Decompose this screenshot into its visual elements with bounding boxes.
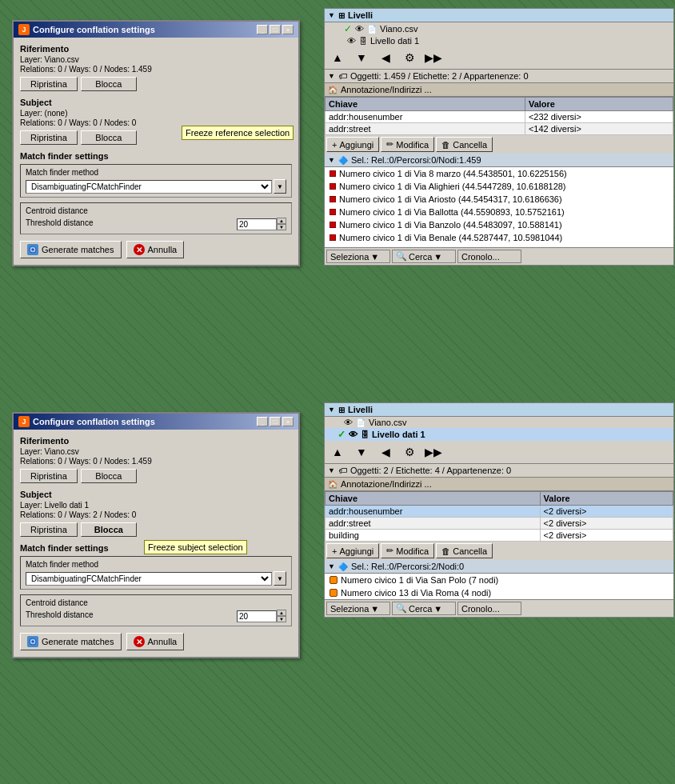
- value-cell: <232 diversi>: [525, 111, 673, 123]
- subj-blocca-button[interactable]: Blocca: [81, 130, 137, 145]
- method-select[interactable]: DisambiguatingFCMatchFinder: [26, 180, 272, 194]
- ref-blocca-button-2[interactable]: Blocca: [81, 469, 137, 483]
- subj-layer-info-2: Layer: Livello dati 1: [20, 501, 292, 510]
- bottom-cerca-arrow: ▼: [433, 604, 442, 614]
- subject-label-2: Subject: [20, 490, 292, 499]
- ref-relations-info: Relations: 0 / Ways: 0 / Nodes: 1.459: [20, 65, 292, 74]
- bottom-layer2-item: ✓ 👁 🗄 Livello dati 1: [325, 428, 673, 441]
- layer1-eye: 👁: [355, 24, 364, 34]
- bottom-cronolo-dropdown[interactable]: Cronolo...: [457, 602, 521, 615]
- cerca-dropdown[interactable]: 🔍 Cerca ▼: [392, 250, 456, 263]
- threshold-input-2[interactable]: [237, 610, 277, 622]
- generate-matches-button-2[interactable]: Generate matches: [20, 633, 122, 650]
- bottom-right-panel: ▼ ⊞ Livelli 👁 📄 Viano.csv ✓ 👁 🗄 Livello …: [324, 402, 674, 618]
- bottom-sel-item: Numero civico 13 di Via Roma (4 nodi): [325, 586, 673, 599]
- prop-buttons: + Aggiungi ✏ Modifica 🗑 Cancella: [325, 135, 673, 154]
- bottom-sel-item: Numero civico 1 di Via San Polo (7 nodi): [325, 574, 673, 586]
- bottom-tb-more-button[interactable]: ▶▶: [422, 442, 445, 462]
- cancel-icon-2: ✕: [134, 636, 145, 647]
- spin-down-2[interactable]: ▼: [277, 616, 286, 622]
- generate-matches-button[interactable]: Generate matches: [20, 241, 122, 258]
- sel-text: Sel.: Rel.:0/Percorsi:0/Nodi:1.459: [351, 155, 481, 165]
- bottom-right-toolbar: ▲ ▼ ◀ ⚙ ▶▶: [325, 441, 673, 464]
- bottom-sel-header: ▼ 🔷 Sel.: Rel.:0/Percorsi:2/Nodi:0: [325, 560, 673, 574]
- tb-down-button[interactable]: ▼: [350, 48, 373, 67]
- ref-blocca-button[interactable]: Blocca: [81, 77, 137, 91]
- bottom-cerca-dropdown[interactable]: 🔍 Cerca ▼: [392, 602, 456, 615]
- centroid-box: Centroid distance Threshold distance 20 …: [20, 202, 292, 234]
- layer2-name: Livello dati 1: [370, 36, 419, 46]
- seleziona-dropdown[interactable]: Seleziona ▼: [326, 250, 390, 263]
- close-button-2[interactable]: ×: [282, 417, 294, 426]
- bottom-sel-icon: 🔷: [338, 562, 348, 571]
- objects-text: Oggetti: 1.459 / Etichette: 2 / Apparten…: [350, 71, 529, 81]
- threshold-input[interactable]: 20: [237, 218, 277, 230]
- bottom-tb-settings-button[interactable]: ⚙: [398, 442, 421, 462]
- bottom-prop-buttons: + Aggiungi ✏ Modifica 🗑 Cancella: [325, 542, 673, 560]
- bottom-sel-expand[interactable]: ▼: [328, 562, 335, 570]
- cronolo-dropdown[interactable]: Cronolo...: [457, 250, 521, 263]
- annulla-button-2[interactable]: ✕ Annulla: [126, 633, 185, 650]
- bottom-layers-title: Livelli: [348, 405, 373, 414]
- threshold-label-2: Threshold distance: [26, 610, 94, 619]
- bottom-objects-expand[interactable]: ▼: [328, 466, 335, 474]
- method-select-2[interactable]: DisambiguatingFCMatchFinder: [26, 572, 272, 586]
- bottom-dropdown-arrow: ▼: [370, 604, 379, 614]
- ref-layer-info: Layer: Viano.csv: [20, 55, 292, 64]
- minimize-button-2[interactable]: _: [257, 417, 268, 426]
- objects-expand[interactable]: ▼: [328, 72, 335, 80]
- modifica-button[interactable]: ✏ Modifica: [381, 137, 434, 152]
- tb-up-button[interactable]: ▲: [326, 48, 349, 67]
- cancella-button[interactable]: 🗑 Cancella: [436, 137, 493, 152]
- annotation-icon: 🏠: [328, 86, 338, 94]
- threshold-spinner-2[interactable]: ▲ ▼: [277, 610, 286, 622]
- key-cell: building: [326, 530, 541, 542]
- ref-ripristina-button[interactable]: Ripristina: [20, 77, 78, 91]
- spin-up-2[interactable]: ▲: [277, 610, 286, 616]
- method-label-2: Match finder method: [26, 560, 286, 569]
- red-square-icon: [330, 196, 336, 202]
- aggiungi-button[interactable]: + Aggiungi: [326, 137, 379, 152]
- bottom-tb-down-button[interactable]: ▼: [350, 442, 373, 462]
- bottom-tb-up-button[interactable]: ▲: [326, 442, 349, 462]
- table-row: building <2 diversi>: [326, 530, 673, 542]
- tb-settings-button[interactable]: ⚙: [398, 48, 421, 67]
- subj-blocca-button-2[interactable]: Blocca: [81, 522, 137, 537]
- method-dropdown-arrow[interactable]: ▼: [274, 179, 286, 194]
- sel-expand[interactable]: ▼: [328, 156, 335, 164]
- key-cell: addr:housenumber: [326, 506, 541, 518]
- generate-icon-2: [27, 636, 38, 647]
- node-icon: [330, 589, 338, 597]
- bottom-cancella-button[interactable]: 🗑 Cancella: [436, 543, 493, 558]
- close-button[interactable]: ×: [282, 25, 294, 34]
- bottom-left-title-bar: J Configure conflation settings _ □ ×: [14, 414, 298, 430]
- bottom-tb-left-button[interactable]: ◀: [374, 442, 397, 462]
- bottom-sel-text: Sel.: Rel.:0/Percorsi:2/Nodi:0: [351, 562, 464, 571]
- method-dropdown-arrow-2[interactable]: ▼: [274, 571, 286, 586]
- red-square-icon: [330, 222, 336, 228]
- delete-icon: 🗑: [441, 140, 450, 150]
- tb-more-button[interactable]: ▶▶: [422, 48, 445, 67]
- red-square-icon: [330, 234, 336, 241]
- layers-expand[interactable]: ▼: [328, 11, 335, 19]
- restore-button[interactable]: □: [270, 25, 281, 34]
- subj-ripristina-button-2[interactable]: Ripristina: [20, 522, 78, 537]
- bottom-objects-bar: ▼ 🏷 Oggetti: 2 / Etichette: 4 / Apparten…: [325, 464, 673, 478]
- restore-button-2[interactable]: □: [270, 417, 281, 426]
- sel-header: ▼ 🔷 Sel.: Rel.:0/Percorsi:0/Nodi:1.459: [325, 154, 673, 167]
- spin-up[interactable]: ▲: [277, 218, 286, 224]
- minimize-button[interactable]: _: [257, 25, 268, 34]
- bottom-modifica-button[interactable]: ✏ Modifica: [381, 543, 434, 558]
- spin-down[interactable]: ▼: [277, 224, 286, 230]
- threshold-spinner[interactable]: ▲ ▼: [277, 218, 286, 230]
- top-right-bottom-bar: Seleziona ▼ 🔍 Cerca ▼ Cronolo...: [325, 247, 673, 265]
- annulla-button[interactable]: ✕ Annulla: [126, 241, 185, 258]
- bottom-seleziona-dropdown[interactable]: Seleziona ▼: [326, 602, 390, 615]
- subj-ripristina-button[interactable]: Ripristina: [20, 130, 78, 145]
- ref-ripristina-button-2[interactable]: Ripristina: [20, 469, 78, 483]
- tb-left-button[interactable]: ◀: [374, 48, 397, 67]
- bottom-aggiungi-button[interactable]: + Aggiungi: [326, 543, 379, 558]
- bottom-annotation-icon: 🏠: [328, 480, 338, 489]
- bottom-layers-expand[interactable]: ▼: [328, 406, 335, 414]
- bottom-edit-icon: ✏: [386, 546, 393, 556]
